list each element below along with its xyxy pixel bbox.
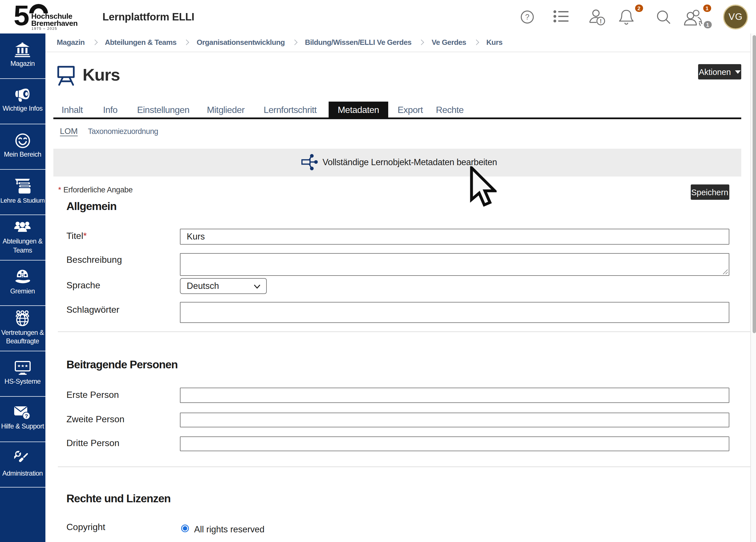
- svg-text:?: ?: [25, 413, 28, 419]
- svg-text:?: ?: [525, 12, 529, 21]
- svg-text:5: 5: [13, 0, 29, 31]
- svg-text:!: !: [600, 18, 602, 25]
- svg-text:1975 – 2025: 1975 – 2025: [31, 26, 57, 31]
